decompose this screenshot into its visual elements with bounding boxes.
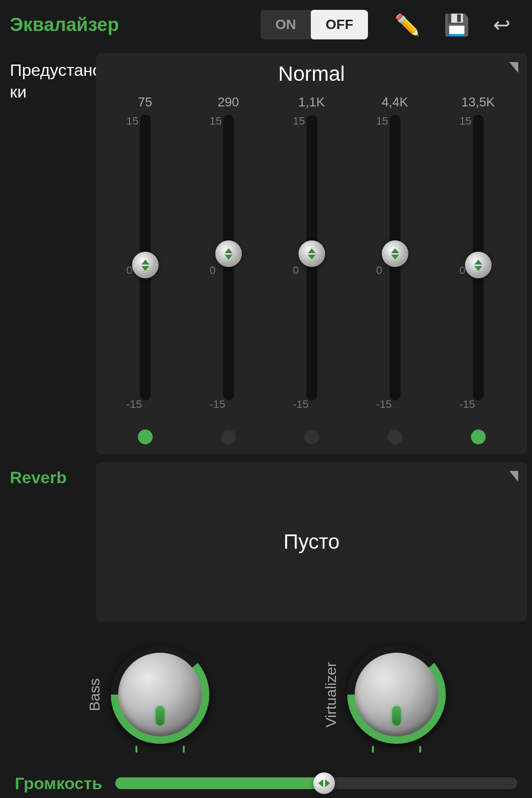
slider-thumb-2[interactable]	[215, 240, 242, 267]
virtualizer-label: Virtualizer	[323, 662, 339, 728]
slider-band-3: 1,1K 15 0 -15	[272, 95, 351, 444]
volume-fill	[115, 777, 324, 789]
volume-arrow-left	[318, 779, 323, 787]
slider-band-1: 75 15 0 -15	[106, 95, 184, 444]
freq-label-3: 1,1K	[299, 95, 325, 110]
slider-thumb-3[interactable]	[299, 240, 325, 267]
reverb-sidebar-label: Reverb	[0, 458, 96, 626]
reverb-preset-name: Пусто	[284, 530, 340, 554]
slider-track-wrapper-5: 15 0 -15	[464, 115, 493, 426]
slider-track-wrapper-1: 15 0 -15	[131, 115, 160, 426]
thumb-arrow-down-3	[308, 255, 316, 260]
edit-icon[interactable]: ✏️	[395, 13, 420, 37]
slider-track-5[interactable]	[473, 115, 484, 400]
thumb-arrows-4	[390, 249, 400, 259]
undo-icon[interactable]: ↩	[493, 13, 510, 37]
virtualizer-knob-group: Virtualizer	[323, 645, 446, 744]
thumb-arrow-down-2	[225, 255, 233, 260]
scale-bot-5: -15	[460, 398, 475, 411]
scale-top-2: 15	[210, 115, 222, 128]
thumb-arrow-down-1	[141, 266, 149, 271]
volume-track[interactable]	[115, 777, 517, 789]
scale-top-1: 15	[127, 115, 138, 128]
app-title: Эквалайзер	[10, 14, 261, 35]
bass-knob-wrapper	[111, 645, 209, 744]
eq-panel: Normal 75 15 0 -15	[96, 53, 527, 454]
equalizer-section: Предустанов ки Normal 75 15 0 -15	[0, 49, 532, 458]
scale-zero-4: 0	[376, 264, 382, 277]
on-button[interactable]: ON	[261, 10, 311, 39]
thumb-arrow-down-4	[391, 255, 399, 260]
slider-track-wrapper-2: 15 0 -15	[214, 115, 243, 426]
thumb-arrows-1	[140, 260, 150, 270]
scale-zero-2: 0	[210, 264, 216, 277]
thumb-arrow-up-2	[225, 248, 233, 253]
slider-track-3[interactable]	[306, 115, 317, 400]
save-icon[interactable]: 💾	[444, 13, 469, 37]
slider-thumb-4[interactable]	[382, 240, 408, 267]
slider-track-wrapper-3: 15 0 -15	[297, 115, 327, 426]
thumb-arrow-up-3	[308, 248, 316, 253]
preset-dropdown-arrow[interactable]	[509, 62, 518, 73]
reverb-section: Reverb Пусто	[0, 458, 532, 626]
slider-track-4[interactable]	[390, 115, 400, 400]
bass-tick-left	[135, 746, 137, 753]
bass-knob-group: Bass	[86, 645, 209, 744]
slider-track-2[interactable]	[223, 115, 234, 400]
freq-label-1: 75	[138, 95, 152, 110]
slider-band-5: 13,5K 15 0 -15	[439, 95, 517, 444]
power-toggle-group: ON OFF	[261, 10, 368, 39]
scale-bot-4: -15	[376, 398, 392, 411]
virtualizer-tick-left	[372, 746, 374, 753]
virtualizer-knob-indicator	[392, 706, 401, 726]
presets-sidebar-label: Предустанов ки	[0, 49, 96, 458]
volume-arrow-right	[325, 779, 330, 787]
header: Эквалайзер ON OFF ✏️ 💾 ↩	[0, 0, 532, 49]
bass-tick-right	[183, 746, 185, 753]
reverb-panel: Пусто	[96, 462, 527, 622]
virtualizer-knob-outer[interactable]	[347, 645, 446, 744]
freq-label-5: 13,5K	[462, 95, 495, 110]
thumb-arrows-3	[307, 249, 317, 259]
sliders-container: 75 15 0 -15	[96, 95, 527, 454]
eq-preset-name: Normal	[278, 62, 345, 86]
scale-top-4: 15	[376, 115, 388, 128]
scale-bot-1: -15	[127, 398, 142, 411]
freq-label-4: 4,4K	[382, 95, 408, 110]
reverb-dropdown-arrow[interactable]	[509, 471, 518, 482]
thumb-arrow-up-4	[391, 248, 399, 253]
slider-dot-5	[471, 430, 486, 444]
scale-bot-3: -15	[293, 398, 309, 411]
scale-top-3: 15	[293, 115, 305, 128]
scale-top-5: 15	[460, 115, 471, 128]
knobs-section: Bass Virtualizer	[0, 626, 532, 764]
slider-dot-3	[304, 430, 319, 444]
volume-label: Громкость	[15, 774, 103, 793]
volume-thumb-arrows	[318, 779, 330, 787]
scale-zero-3: 0	[293, 264, 299, 277]
slider-track-wrapper-4: 15 0 -15	[380, 115, 410, 426]
slider-track-1[interactable]	[140, 115, 151, 400]
bass-label: Bass	[86, 678, 103, 711]
slider-dot-2	[221, 430, 236, 444]
slider-thumb-1[interactable]	[132, 252, 159, 278]
slider-dot-4	[388, 430, 402, 444]
bass-knob-inner	[118, 653, 202, 736]
bass-knob-indicator	[156, 706, 165, 726]
thumb-arrows-2	[224, 249, 233, 259]
slider-band-4: 4,4K 15 0 -15	[356, 95, 434, 444]
eq-preset-bar: Normal	[96, 53, 527, 95]
virtualizer-tick-right	[419, 746, 421, 753]
volume-thumb[interactable]	[313, 772, 335, 794]
bass-knob-outer[interactable]	[111, 645, 209, 744]
off-button[interactable]: OFF	[311, 10, 368, 39]
thumb-arrows-5	[473, 260, 483, 270]
virtualizer-knob-wrapper	[347, 645, 446, 744]
volume-section: Громкость	[0, 764, 532, 798]
thumb-arrow-up-1	[141, 260, 149, 265]
slider-band-2: 290 15 0 -15	[189, 95, 267, 444]
thumb-arrow-up-5	[474, 260, 482, 265]
slider-thumb-5[interactable]	[465, 252, 492, 278]
freq-label-2: 290	[218, 95, 239, 110]
thumb-arrow-down-5	[474, 266, 482, 271]
